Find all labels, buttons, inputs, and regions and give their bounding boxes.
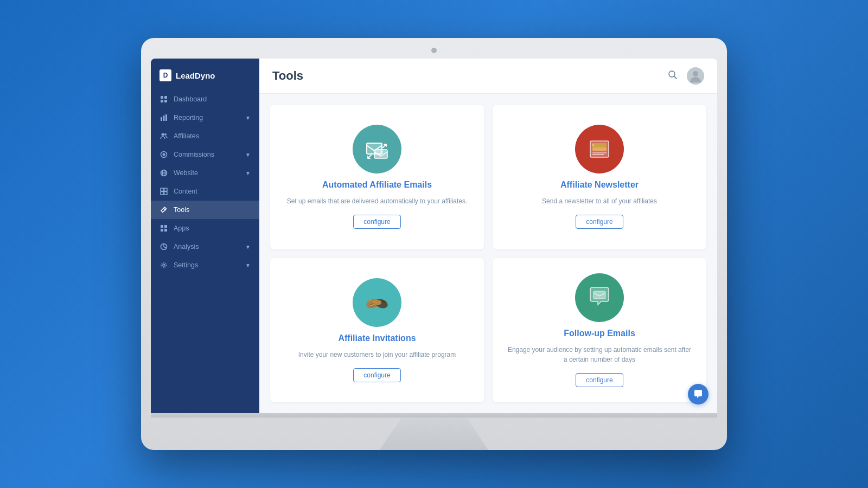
sidebar-item-dashboard[interactable]: Dashboard: [151, 90, 259, 108]
affiliate-invitations-configure-btn[interactable]: configure: [353, 368, 400, 382]
monitor-stand: [380, 418, 488, 450]
automated-emails-desc: Set up emails that are delivered automat…: [287, 196, 468, 206]
settings-arrow: ▼: [245, 262, 251, 268]
svg-rect-3: [164, 100, 167, 102]
affiliate-invitations-icon: [353, 278, 401, 327]
analysis-icon: [159, 242, 168, 251]
svg-rect-32: [592, 143, 607, 147]
settings-icon: [159, 261, 168, 269]
svg-rect-20: [164, 225, 167, 228]
sidebar-item-website[interactable]: Website ▼: [151, 164, 259, 182]
followup-emails-icon: [575, 273, 624, 322]
card-affiliate-newsletter: Affiliate Newsletter Send a newsletter t…: [493, 105, 706, 249]
commissions-icon: [159, 150, 168, 159]
followup-emails-configure-btn[interactable]: configure: [576, 373, 623, 387]
monitor-stand-wrap: [380, 418, 488, 450]
sidebar-item-content[interactable]: Content: [151, 182, 259, 201]
card-followup-emails: Follow-up Emails Engage your audience by…: [493, 258, 706, 403]
sidebar-item-website-label: Website: [174, 169, 240, 177]
svg-point-24: [163, 264, 165, 266]
commissions-arrow: ▼: [245, 152, 251, 158]
affiliates-icon: [159, 132, 168, 140]
logo-icon: D: [159, 69, 171, 81]
apps-icon: [159, 224, 168, 233]
svg-rect-5: [163, 115, 165, 121]
sidebar-item-commissions-label: Commissions: [174, 151, 240, 158]
svg-point-27: [693, 71, 698, 76]
user-avatar[interactable]: [687, 67, 704, 85]
affiliate-newsletter-desc: Send a newsletter to all of your affilia…: [542, 196, 657, 206]
svg-rect-43: [593, 291, 605, 299]
main-wrapper: Tools: [259, 59, 717, 413]
affiliate-invitations-title: Affiliate Invitations: [338, 333, 416, 343]
sidebar-item-apps-label: Apps: [174, 224, 251, 232]
affiliate-newsletter-configure-btn[interactable]: configure: [576, 215, 623, 229]
automated-emails-icon: [353, 125, 401, 174]
svg-rect-19: [161, 225, 163, 228]
sidebar-item-analysis-label: Analysis: [174, 243, 240, 251]
svg-point-35: [592, 144, 594, 146]
automated-emails-configure-btn[interactable]: configure: [353, 215, 400, 229]
monitor-neck: [151, 413, 717, 418]
reporting-arrow: ▼: [245, 115, 251, 121]
analysis-arrow: ▼: [245, 244, 251, 250]
logo-text: LeadDyno: [176, 71, 215, 80]
svg-rect-14: [161, 188, 164, 191]
followup-emails-desc: Engage your audience by setting up autom…: [506, 345, 693, 364]
svg-rect-29: [374, 150, 387, 158]
svg-rect-17: [164, 192, 168, 195]
svg-rect-16: [161, 192, 164, 195]
sidebar-item-tools[interactable]: Tools: [151, 201, 259, 219]
svg-rect-15: [164, 188, 168, 191]
automated-emails-title: Automated Affiliate Emails: [322, 180, 432, 190]
sidebar-item-settings[interactable]: Settings ▼: [151, 256, 259, 274]
svg-line-26: [674, 76, 677, 79]
affiliate-newsletter-title: Affiliate Newsletter: [560, 180, 639, 190]
sidebar-item-reporting[interactable]: Reporting ▼: [151, 108, 259, 127]
sidebar-item-content-label: Content: [174, 188, 251, 195]
top-bar: Tools: [259, 59, 717, 94]
sidebar: D LeadDyno Dashboard: [151, 59, 259, 413]
sidebar-item-reporting-label: Reporting: [174, 114, 240, 121]
chat-bubble-button[interactable]: [688, 384, 709, 404]
svg-point-10: [163, 153, 165, 156]
sidebar-item-tools-label: Tools: [174, 206, 251, 214]
affiliate-invitations-desc: Invite your new customers to join your a…: [298, 350, 456, 359]
affiliate-newsletter-icon: [575, 125, 624, 174]
svg-rect-0: [161, 96, 163, 99]
svg-point-8: [164, 133, 167, 136]
svg-rect-4: [161, 117, 162, 121]
sidebar-item-affiliates-label: Affiliates: [174, 132, 251, 140]
sidebar-item-settings-label: Settings: [174, 261, 240, 269]
page-title: Tools: [272, 69, 303, 83]
svg-rect-2: [161, 100, 163, 102]
dashboard-icon: [159, 95, 168, 104]
reporting-icon: [159, 113, 168, 122]
svg-rect-22: [164, 229, 167, 232]
monitor-camera: [431, 48, 437, 53]
svg-rect-6: [165, 114, 167, 121]
svg-point-7: [162, 133, 164, 136]
logo-area: D LeadDyno: [151, 65, 259, 90]
tools-icon: [159, 206, 168, 214]
sidebar-item-affiliates[interactable]: Affiliates: [151, 127, 259, 145]
followup-emails-title: Follow-up Emails: [564, 329, 635, 338]
sidebar-item-analysis[interactable]: Analysis ▼: [151, 237, 259, 256]
content-icon: [159, 187, 168, 196]
search-button[interactable]: [667, 69, 678, 83]
card-automated-emails: Automated Affiliate Emails Set up emails…: [270, 105, 484, 249]
card-affiliate-invitations: Affiliate Invitations Invite your new cu…: [270, 258, 484, 403]
sidebar-item-dashboard-label: Dashboard: [174, 95, 251, 103]
website-arrow: ▼: [245, 170, 251, 176]
svg-rect-21: [161, 229, 163, 232]
svg-rect-1: [164, 96, 167, 99]
monitor-bottom: [151, 413, 717, 450]
sidebar-item-apps[interactable]: Apps: [151, 219, 259, 237]
website-icon: [159, 169, 168, 177]
top-bar-actions: [667, 67, 704, 85]
main-content: Tools: [259, 59, 717, 413]
sidebar-item-commissions[interactable]: Commissions ▼: [151, 145, 259, 164]
cards-grid: Automated Affiliate Emails Set up emails…: [259, 94, 717, 413]
